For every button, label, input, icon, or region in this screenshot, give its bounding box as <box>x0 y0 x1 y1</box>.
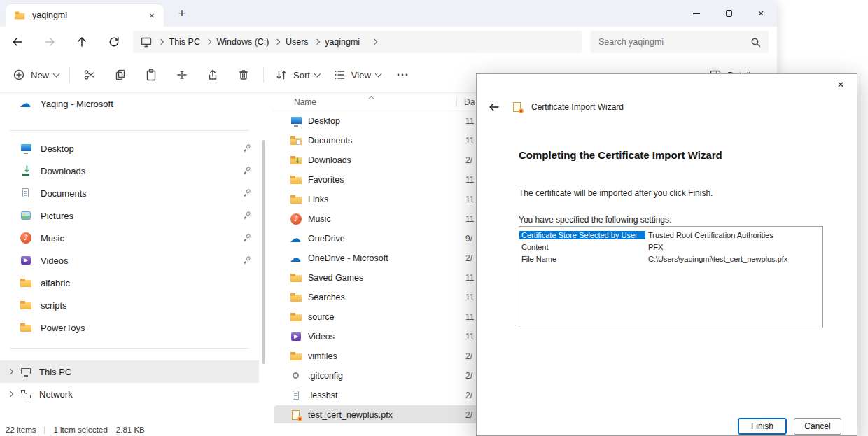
selection-count: 1 item selected <box>53 426 107 434</box>
breadcrumb-item[interactable]: Windows (C:) <box>216 37 269 47</box>
setting-row[interactable]: Content PFX <box>519 241 822 253</box>
file-row[interactable]: Videos 11 <box>274 327 500 346</box>
delete-button[interactable] <box>228 62 259 88</box>
sidebar-item[interactable]: Documents <box>0 182 259 204</box>
dialog-title-bar[interactable]: ✕ <box>477 74 857 97</box>
setting-value: PFX <box>645 243 663 251</box>
sidebar: Yaqing - Microsoft Desktop Downloads Doc… <box>0 93 259 423</box>
refresh-button[interactable] <box>98 29 130 55</box>
breadcrumb-chevron-icon[interactable] <box>372 39 377 45</box>
file-row[interactable]: test_cert_newplus.pfx 2/ <box>274 405 500 425</box>
file-name: Links <box>308 195 328 204</box>
address-bar[interactable]: This PC Windows (C:) Users yaqingmi <box>133 31 582 53</box>
wizard-header: Certificate Import Wizard <box>477 97 857 118</box>
sidebar-item-onedrive[interactable]: Yaqing - Microsoft <box>0 93 259 114</box>
explorer-tab[interactable]: yaqingmi ✕ <box>6 4 164 27</box>
file-row[interactable]: Searches 11 <box>274 288 500 307</box>
copy-button[interactable] <box>105 62 136 88</box>
cut-button[interactable] <box>74 62 105 88</box>
breadcrumb-segment: This PC <box>159 37 200 47</box>
file-row[interactable]: .gitconfig 2/ <box>274 366 500 386</box>
breadcrumb-chevron-icon[interactable] <box>274 39 280 45</box>
setting-key: Certificate Store Selected by User <box>519 231 645 239</box>
file-row[interactable]: Downloads 2/ <box>274 150 500 170</box>
finish-button[interactable]: Finish <box>738 418 787 435</box>
pin-icon <box>240 253 254 267</box>
sidebar-tree-item[interactable]: Network <box>0 383 259 405</box>
file-icon <box>290 370 302 382</box>
sidebar-item[interactable]: Music <box>0 227 259 249</box>
file-row[interactable]: Documents 11 <box>274 131 500 150</box>
tab-close-icon[interactable]: ✕ <box>144 8 160 23</box>
search-box[interactable] <box>590 31 769 53</box>
file-name: vimfiles <box>308 351 337 361</box>
file-name: Documents <box>308 136 352 146</box>
cancel-button[interactable]: Cancel <box>794 418 841 435</box>
breadcrumb-chevron-icon[interactable] <box>206 39 211 45</box>
view-button[interactable]: View <box>326 62 387 88</box>
column-divider[interactable] <box>456 97 457 107</box>
sidebar-tree-item[interactable]: This PC <box>0 360 259 383</box>
breadcrumb-item[interactable]: Users <box>286 37 309 47</box>
breadcrumb-item[interactable]: yaqingmi <box>325 37 360 47</box>
sidebar-scrollbar[interactable] <box>262 140 265 364</box>
breadcrumb-chevron-icon[interactable] <box>314 39 319 45</box>
items-count: 22 items <box>6 426 36 434</box>
sidebar-item[interactable]: Pictures <box>0 204 259 227</box>
back-button[interactable] <box>1 29 34 55</box>
dialog-close-button[interactable]: ✕ <box>825 74 857 95</box>
file-row[interactable]: Music 11 <box>274 209 500 229</box>
settings-list[interactable]: Certificate Store Selected by User Trust… <box>519 226 823 328</box>
paste-button[interactable] <box>136 62 167 88</box>
share-button[interactable] <box>197 62 228 88</box>
file-date: 11 <box>465 273 474 283</box>
file-row[interactable]: Favorites 11 <box>274 170 500 190</box>
rename-icon <box>175 68 189 82</box>
sort-ascending-icon <box>369 96 374 101</box>
sidebar-item-label: Network <box>39 389 252 400</box>
sidebar-item[interactable]: Downloads <box>0 160 259 182</box>
more-options-button[interactable] <box>387 62 418 88</box>
file-date: 2/ <box>465 253 472 263</box>
new-button[interactable]: New <box>6 62 65 88</box>
column-header-name[interactable]: Name <box>294 97 316 107</box>
file-row[interactable]: vimfiles 2/ <box>274 346 500 366</box>
file-icon <box>290 330 302 343</box>
setting-row[interactable]: File Name C:\Users\yaqingmi\test_cert_ne… <box>519 253 822 265</box>
search-input[interactable] <box>597 36 750 48</box>
file-row[interactable]: .lesshst 2/ <box>274 386 500 405</box>
sort-button[interactable]: Sort <box>268 62 326 88</box>
breadcrumb-chevron-icon[interactable] <box>158 39 164 45</box>
file-row[interactable]: Saved Games 11 <box>274 268 500 288</box>
wizard-back-button[interactable] <box>485 98 503 116</box>
column-header-date[interactable]: Da <box>464 97 475 107</box>
file-date: 11 <box>465 312 474 322</box>
forward-button[interactable] <box>34 29 66 55</box>
file-name: source <box>308 312 335 322</box>
file-date: 11 <box>465 195 474 204</box>
file-row[interactable]: Links 11 <box>274 190 500 209</box>
minimize-button[interactable] <box>680 0 713 27</box>
up-button[interactable] <box>66 29 98 55</box>
close-button[interactable]: ✕ <box>745 0 777 27</box>
sidebar-item[interactable]: Desktop <box>0 137 259 160</box>
expand-chevron-icon[interactable] <box>8 369 13 374</box>
sidebar-item[interactable]: aifabric <box>0 272 259 294</box>
file-name: Music <box>308 214 331 224</box>
sidebar-item[interactable]: scripts <box>0 294 259 316</box>
sidebar-item[interactable]: Videos <box>0 249 259 272</box>
rename-button[interactable] <box>167 62 197 88</box>
file-row[interactable]: Desktop 11 <box>274 111 500 131</box>
ellipsis-icon <box>396 68 410 82</box>
cut-icon <box>83 68 97 82</box>
file-date: 11 <box>465 293 474 302</box>
new-tab-button[interactable]: + <box>172 3 192 23</box>
file-row[interactable]: OneDrive - Microsoft 2/ <box>274 248 500 268</box>
setting-row[interactable]: Certificate Store Selected by User Trust… <box>519 229 822 241</box>
file-row[interactable]: OneDrive 9/ <box>274 229 500 248</box>
file-row[interactable]: source 11 <box>274 307 500 327</box>
expand-chevron-icon[interactable] <box>8 391 13 397</box>
sidebar-item[interactable]: PowerToys <box>0 316 259 339</box>
breadcrumb-item[interactable]: This PC <box>169 37 200 47</box>
maximize-button[interactable] <box>713 0 745 27</box>
